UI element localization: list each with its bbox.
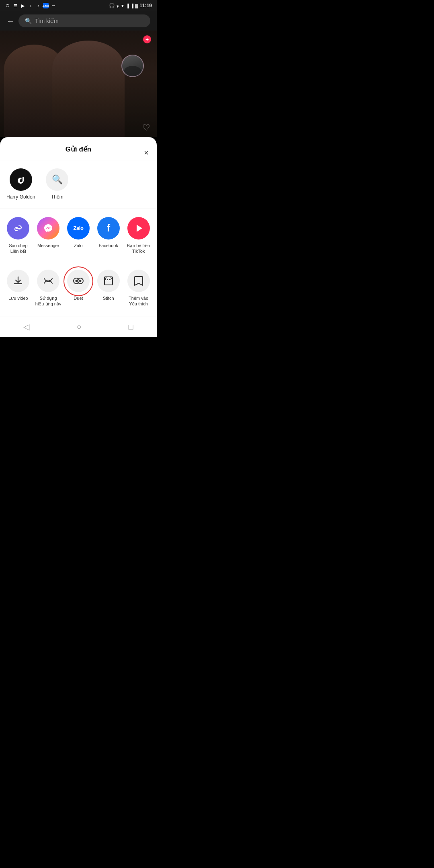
svg-marker-1 [137,225,142,232]
time-display: 11:19 [139,3,152,8]
nav-home-button[interactable]: ○ [67,319,91,335]
search-more-avatar: 🔍 [46,168,68,191]
share-copy-link[interactable]: Sao chépLiên kết [3,217,33,259]
copy-link-label: Sao chépLiên kết [9,243,27,254]
contact-them[interactable]: 🔍 Thêm [43,168,71,201]
circle-c-icon: © [5,3,10,8]
girl-right-silhouette [52,41,125,137]
heart-icon: ♡ [142,123,150,133]
follow-add-button[interactable]: + [143,35,151,43]
heart-icon-area: ♡ [142,123,150,133]
signal-icon-2: ▐ [131,4,133,8]
back-button[interactable]: ← [6,16,14,26]
bluetooth-icon: ⁎ [117,3,119,8]
close-button[interactable]: × [144,148,149,157]
action-use-effect[interactable]: Sử dụng hiệu ứng này [33,270,63,307]
use-effect-label: Sử dụng hiệu ứng này [35,295,62,307]
sheet-title: Gửi đến [66,145,91,154]
contacts-row: Harry Golden 🔍 Thêm [0,160,157,209]
facebook-label: Facebook [99,243,118,248]
contact-harry-golden[interactable]: Harry Golden [6,168,35,201]
share-facebook[interactable]: f Facebook [93,217,123,259]
tiktok-icon-1: ♪ [28,3,33,8]
nav-recent-button[interactable]: □ [119,319,143,335]
actions-grid: Lưu video Sử dụng hiệu ứng này [0,263,157,317]
share-messenger[interactable]: Messenger [33,217,63,259]
facebook-icon: f [97,217,120,240]
creator-avatar [121,55,144,77]
video-background [0,31,157,137]
action-duet[interactable]: Duet [63,270,94,307]
duet-label: Duet [74,295,83,301]
search-area: ← 🔍 Tìm kiếm [0,11,157,31]
action-save-video[interactable]: Lưu video [3,270,33,307]
add-favorite-label: Thêm vào Yêu thích [125,295,152,307]
avatar-image [122,55,143,76]
status-bar-right: 🎧 ⁎ ▼ ▐ ▐ ▓ 11:19 [109,3,152,8]
search-box[interactable]: 🔍 Tìm kiếm [18,14,150,27]
harry-golden-label: Harry Golden [6,194,35,201]
headphone-icon: 🎧 [109,3,115,8]
tiktok-icon-2: ♪ [35,3,41,8]
zalo-status-icon: Zalo [43,3,49,8]
share-apps-grid: Sao chépLiên kết Messenger Zalo Zalo f F… [0,209,157,264]
nav-bar: ◁ ○ □ [0,317,157,337]
svg-point-4 [75,280,77,282]
more-icon: ··· [51,3,56,8]
status-bar: © ☰ ▶ ♪ ♪ Zalo ··· 🎧 ⁎ ▼ ▐ ▐ ▓ 11:19 [0,0,157,11]
tiktok-avatar-icon [10,168,32,191]
use-effect-icon [37,270,59,292]
action-add-favorite[interactable]: Thêm vào Yêu thích [123,270,154,307]
search-more-icon: 🔍 [52,174,63,185]
video-area: + ♡ [0,31,157,137]
stitch-icon [97,270,120,292]
add-favorite-icon [127,270,150,292]
nav-back-button[interactable]: ◁ [14,319,39,335]
messenger-label: Messenger [37,243,59,248]
battery-icon: ▓ [135,4,138,8]
list-icon: ☰ [12,3,18,8]
duet-icon [67,270,90,292]
action-stitch[interactable]: Stitch [93,270,123,307]
messenger-icon [37,217,59,240]
svg-point-5 [79,280,81,282]
search-placeholder: Tìm kiếm [35,18,59,24]
stitch-label: Stitch [103,295,114,301]
tiktok-friends-label: Bạn bè trên TikTok [125,243,152,254]
bottom-sheet: Gửi đến × Harry Golden 🔍 Thêm [0,137,157,337]
save-video-icon [7,270,29,292]
share-zalo[interactable]: Zalo Zalo [63,217,94,259]
status-bar-left: © ☰ ▶ ♪ ♪ Zalo ··· [5,3,56,8]
sheet-title-row: Gửi đến × [0,145,157,160]
save-video-label: Lưu video [8,295,28,301]
signal-icon-1: ▐ [126,4,129,8]
wifi-icon: ▼ [121,4,125,8]
copy-link-icon [7,217,29,240]
zalo-icon: Zalo [67,217,90,240]
zalo-label: Zalo [74,243,82,248]
harry-golden-avatar [10,168,32,191]
search-icon: 🔍 [25,18,32,24]
share-tiktok-friends[interactable]: Bạn bè trên TikTok [123,217,154,259]
play-icon: ▶ [20,3,26,8]
them-label: Thêm [51,194,63,201]
tiktok-friends-icon [127,217,150,240]
